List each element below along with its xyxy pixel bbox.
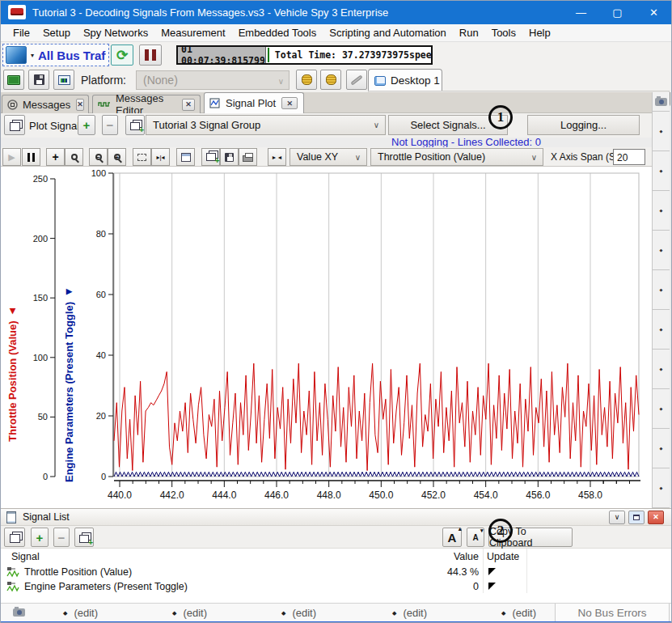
menu-embedded-tools[interactable]: Embedded Tools [232, 24, 323, 41]
monitor-waveform-icon [58, 75, 70, 85]
axis-snap-button[interactable]: ►◄ [268, 148, 286, 166]
table-row[interactable]: Engine Parameters (Present Toggle) 0 [0, 579, 672, 594]
refresh-button[interactable]: ⟳ [111, 44, 133, 66]
tab-messages[interactable]: Messages ✕ [2, 95, 89, 113]
dock-button[interactable]: ◆ [653, 429, 670, 468]
signal-group-value: Tutorial 3 Signal Group [153, 119, 260, 131]
column-value[interactable]: Value [382, 551, 479, 562]
menu-tools[interactable]: Tools [485, 24, 522, 41]
menu-help[interactable]: Help [522, 24, 557, 41]
main-toolbar: ▾ All Bus Traffic ⟳ 01 00:07:39:815799 T… [0, 42, 672, 68]
capture-icon[interactable] [653, 92, 670, 112]
menu-setup[interactable]: Setup [36, 24, 77, 41]
database-export-button[interactable] [320, 70, 341, 90]
plot-properties-button[interactable] [176, 148, 195, 166]
maximize-button[interactable]: ▢ [599, 0, 636, 24]
menu-measurement[interactable]: Measurement [154, 24, 231, 41]
platform-select[interactable]: (None) ∨ [136, 70, 290, 90]
table-row[interactable]: Throttle Position (Value) 44.3 % [0, 565, 672, 579]
database-button[interactable] [296, 70, 317, 90]
document-tab-strip: Messages ✕ Messages Editor ✕ Signal Plot… [0, 92, 652, 113]
plot-copy-button[interactable] [201, 148, 220, 166]
close-button[interactable]: ✕ [636, 0, 672, 24]
tab-signal-plot-close-icon[interactable]: ✕ [281, 97, 298, 109]
vehicle-networks-button[interactable] [53, 70, 74, 90]
column-signal[interactable]: Signal [11, 551, 40, 562]
markers-button[interactable]: ▸|◂ [151, 148, 170, 166]
column-update[interactable]: Update [487, 551, 519, 562]
timer-value: 01 00:07:39:815799 [178, 47, 266, 63]
signal-group-select[interactable]: Tutorial 3 Signal Group ∨ [146, 115, 386, 135]
pause-button[interactable] [139, 44, 162, 66]
menu-spy-networks[interactable]: Spy Networks [77, 24, 154, 41]
sl-remove-button[interactable]: − [53, 528, 70, 547]
dock-button[interactable]: ◆ [653, 310, 670, 350]
desktop-icon [374, 76, 386, 86]
font-decrease-button[interactable]: A [467, 528, 484, 547]
dock-button[interactable]: ◆ [653, 389, 670, 429]
plot-pause-button[interactable] [22, 148, 40, 166]
font-increase-button[interactable]: A [442, 528, 462, 547]
sl-add-button[interactable]: + [31, 528, 49, 547]
status-edit-slot[interactable]: ◆ (edit) [281, 607, 316, 619]
dock-button[interactable]: ◆ [653, 468, 670, 508]
menu-scripting-automation[interactable]: Scripting and Automation [323, 24, 453, 41]
status-edit-slot[interactable]: ◆ (edit) [63, 607, 98, 619]
svg-text:440.0: 440.0 [108, 490, 132, 501]
sl-copy-button[interactable] [74, 528, 94, 547]
dock-button[interactable]: ◆ [653, 350, 670, 389]
signal-plot-chart[interactable]: 050100150200250020406080100440.0442.0444… [0, 167, 652, 508]
bus-mode-label[interactable]: All Bus Traffic [38, 49, 106, 62]
active-signal-select[interactable]: Throttle Position (Value) ∨ [370, 148, 543, 166]
status-edit-slot[interactable]: ◆ (edit) [392, 607, 427, 619]
zoom-cursor-button[interactable] [65, 148, 83, 166]
logging-status-text: Not Logging - Lines Collected: 0 [391, 136, 658, 148]
capture-icon[interactable] [13, 608, 25, 617]
online-play-button[interactable] [6, 46, 27, 64]
select-region-button[interactable] [133, 148, 151, 166]
remove-plot-button[interactable]: − [102, 115, 118, 135]
font-decrease-icon: A [472, 533, 478, 542]
tab-messages-editor-close-icon[interactable]: ✕ [182, 99, 195, 111]
tools-button[interactable] [346, 70, 367, 90]
signal-list-menu-button[interactable]: ∨ [609, 511, 625, 524]
dock-button[interactable]: ◆ [653, 151, 670, 191]
play-dropdown-icon[interactable]: ▾ [27, 46, 38, 64]
plot-canvas[interactable]: 050100150200250020406080100440.0442.0444… [0, 167, 652, 508]
plot-play-button[interactable]: ▶ [2, 148, 21, 166]
logging-button[interactable]: Logging... [527, 115, 640, 135]
signal-list-close-button[interactable]: ✕ [648, 511, 664, 524]
add-plot-button[interactable]: + [78, 115, 95, 135]
status-edit-slot[interactable]: ◆ (edit) [501, 607, 536, 619]
svg-text:458.0: 458.0 [578, 490, 602, 501]
menu-run[interactable]: Run [453, 24, 485, 41]
plot-print-button[interactable] [239, 148, 257, 166]
tab-signal-plot[interactable]: Signal Plot ✕ [204, 92, 304, 113]
save-setup-button[interactable] [28, 70, 49, 90]
pan-crosshair-button[interactable]: + [46, 148, 65, 166]
copy-plot-button[interactable] [125, 115, 145, 135]
dock-button[interactable]: ◆ [653, 191, 670, 231]
plot-save-button[interactable] [220, 148, 239, 166]
dock-button[interactable]: ◆ [653, 112, 670, 151]
zoom-out-button[interactable]: − [89, 148, 108, 166]
x-axis-span-input[interactable]: 20 [613, 149, 645, 165]
minimize-button[interactable]: — [563, 0, 599, 24]
dock-button[interactable]: ◆ [653, 231, 670, 270]
sl-windows-button[interactable] [4, 528, 25, 547]
status-edit-slot[interactable]: ◆ (edit) [172, 607, 207, 619]
menu-file[interactable]: File [6, 24, 36, 41]
plot-mode-select[interactable]: Value XY ∨ [290, 148, 367, 166]
hardware-button[interactable] [3, 70, 24, 90]
bullet-icon: ◆ [501, 610, 505, 617]
signal-name: Engine Parameters (Present Toggle) [24, 581, 188, 592]
plot-windows-button[interactable] [4, 115, 25, 135]
dock-button[interactable]: ◆ [653, 270, 670, 310]
zoom-in-button[interactable]: + [108, 148, 126, 166]
signal-list-restore-button[interactable] [628, 511, 645, 524]
tab-messages-editor[interactable]: Messages Editor ✕ [92, 95, 201, 113]
tab-messages-close-icon[interactable]: ✕ [76, 99, 84, 111]
bullet-icon: ◆ [281, 610, 285, 617]
bullet-icon: ◆ [172, 610, 176, 617]
desktop-tab[interactable]: Desktop 1 [368, 69, 442, 91]
